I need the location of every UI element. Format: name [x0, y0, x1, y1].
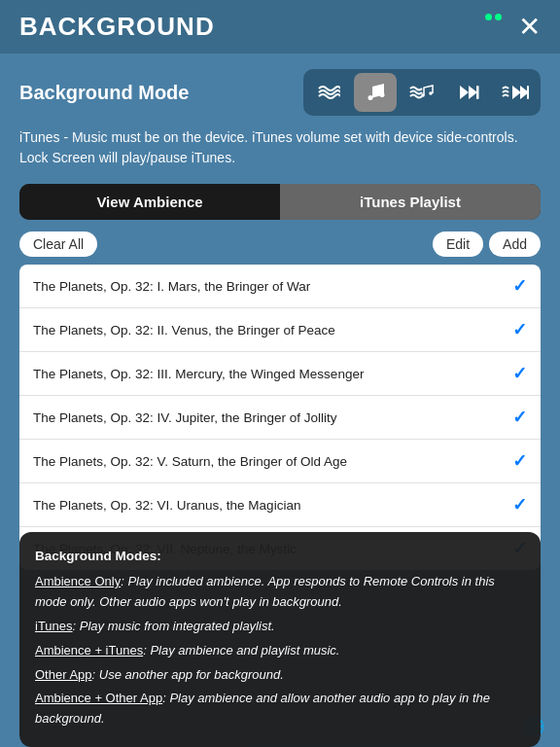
playlist-item-title: The Planets, Op. 32: IV. Jupiter, the Br…	[33, 410, 336, 425]
tooltip-section: Ambience Only: Play included ambience. A…	[35, 572, 525, 613]
playlist-item[interactable]: The Planets, Op. 32: I. Mars, the Bringe…	[19, 265, 541, 308]
status-dots	[485, 14, 502, 20]
svg-marker-7	[512, 86, 521, 99]
svg-marker-5	[469, 86, 477, 99]
tooltip-section: iTunes: Play music from integrated playl…	[35, 617, 525, 637]
svg-point-0	[368, 95, 373, 100]
playlist-container: The Planets, Op. 32: I. Mars, the Bringe…	[19, 265, 541, 570]
svg-marker-4	[460, 86, 469, 99]
playlist-item-title: The Planets, Op. 32: II. Venus, the Brin…	[33, 323, 335, 338]
top-bar: BACKGROUND ✕	[0, 0, 560, 53]
add-button[interactable]: Add	[489, 231, 541, 257]
edit-button[interactable]: Edit	[433, 231, 483, 257]
svg-point-2	[421, 93, 425, 97]
playlist-item-title: The Planets, Op. 32: V. Saturn, the Brin…	[33, 454, 347, 469]
page-title: BACKGROUND	[19, 12, 215, 42]
svg-rect-9	[527, 86, 529, 99]
playlist-item[interactable]: The Planets, Op. 32: II. Venus, the Brin…	[19, 308, 541, 352]
music-icon-btn[interactable]	[354, 73, 397, 112]
dot-1	[485, 14, 492, 20]
tooltip-title: Background Modes:	[35, 546, 525, 567]
checkmark-icon: ✓	[512, 275, 527, 297]
dot-2	[495, 14, 502, 20]
tooltip-section: Ambience + iTunes: Play ambience and pla…	[35, 641, 525, 661]
playlist-item-title: The Planets, Op. 32: VI. Uranus, the Mag…	[33, 498, 300, 513]
mode-icons-group	[303, 69, 541, 116]
checkmark-icon: ✓	[512, 494, 527, 516]
clear-all-button[interactable]: Clear All	[19, 231, 97, 257]
edit-add-row: Edit Add	[433, 231, 541, 257]
checkmark-icon: ✓	[512, 363, 527, 384]
tab-view-ambience[interactable]: View Ambience	[19, 184, 280, 220]
checkmark-icon: ✓	[512, 450, 527, 472]
checkmark-icon: ✓	[512, 407, 527, 428]
svg-point-3	[429, 91, 433, 95]
playlist-item[interactable]: The Planets, Op. 32: III. Mercury, the W…	[19, 352, 541, 396]
forward-icon-btn[interactable]	[447, 73, 490, 112]
svg-rect-6	[476, 86, 479, 99]
list-controls: Clear All Edit Add	[19, 231, 541, 257]
playlist-item-title: The Planets, Op. 32: I. Mars, the Bringe…	[33, 279, 310, 294]
waves-icon-btn[interactable]	[307, 73, 350, 112]
background-mode-label: Background Mode	[19, 82, 189, 104]
description-text: iTunes - Music must be on the device. iT…	[19, 127, 541, 168]
waves-forward-icon-btn[interactable]	[494, 73, 537, 112]
tooltip-box: Background Modes:Ambience Only: Play inc…	[19, 532, 541, 747]
svg-point-1	[380, 92, 385, 97]
main-content: Background Mode	[0, 53, 560, 570]
playlist-item[interactable]: The Planets, Op. 32: V. Saturn, the Brin…	[19, 440, 541, 483]
playlist-item[interactable]: The Planets, Op. 32: VI. Uranus, the Mag…	[19, 483, 541, 527]
playlist-item[interactable]: The Planets, Op. 32: IV. Jupiter, the Br…	[19, 396, 541, 440]
checkmark-icon: ✓	[512, 319, 527, 340]
waves-music-icon-btn[interactable]	[401, 73, 443, 112]
close-button[interactable]: ✕	[518, 14, 541, 41]
tab-itunes-playlist[interactable]: iTunes Playlist	[280, 184, 541, 220]
tab-row: View Ambience iTunes Playlist	[19, 184, 541, 220]
playlist-item-title: The Planets, Op. 32: III. Mercury, the W…	[33, 367, 364, 381]
tooltip-section: Ambience + Other App: Play ambience and …	[35, 689, 525, 729]
tooltip-section: Other App: Use another app for backgroun…	[35, 665, 525, 686]
background-mode-row: Background Mode	[19, 69, 541, 116]
